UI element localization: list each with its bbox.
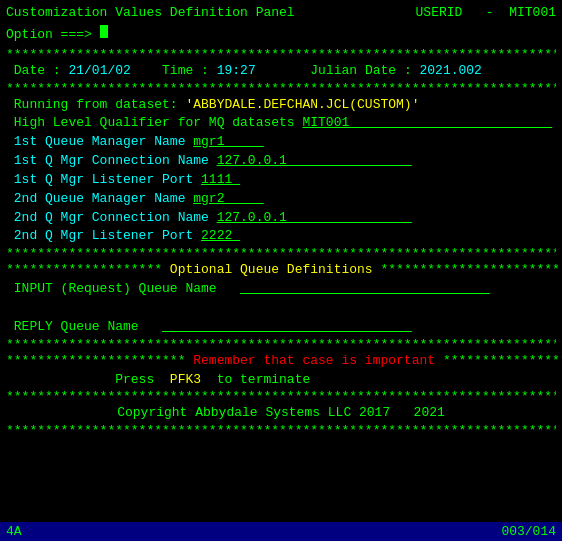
input-queue-line: INPUT (Request) Queue Name _____________… (6, 280, 556, 299)
conn1-line: 1st Q Mgr Connection Name 127.0.0.1_____… (6, 152, 556, 171)
press-line: Press PFK3 to terminate (6, 371, 556, 390)
separator-5: ****************************************… (6, 389, 556, 404)
port2-value[interactable]: 2222_ (201, 227, 240, 246)
port1-label: 1st Q Mgr Listener Port (6, 171, 201, 190)
dataset-prefix: Running from dataset: (6, 96, 185, 115)
date-line: Date : 21/01/02 Time : 19:27 Julian Date… (6, 62, 556, 81)
hlq-line: High Level Qualifier for MQ datasets MIT… (6, 114, 556, 133)
date-label1: Date : (6, 62, 68, 81)
hlq-value[interactable]: MIT001__________________________ (302, 114, 552, 133)
option-label: Option ===> (6, 26, 100, 45)
conn1-label: 1st Q Mgr Connection Name (6, 152, 217, 171)
press-suffix: to terminate (201, 371, 310, 390)
cursor (100, 25, 108, 38)
port1-line: 1st Q Mgr Listener Port 1111_ (6, 171, 556, 190)
conn2-value[interactable]: 127.0.0.1________________ (217, 209, 412, 228)
port1-value[interactable]: 1111_ (201, 171, 240, 190)
port2-line: 2nd Q Mgr Listener Port 2222_ (6, 227, 556, 246)
qmgr2-line: 2nd Queue Manager Name mgr2_____ (6, 190, 556, 209)
separator-6: ****************************************… (6, 423, 556, 438)
title-left: Customization Values Definition Panel (6, 4, 295, 23)
press-prefix: Press (6, 371, 170, 390)
bottom-right: 003/014 (501, 524, 556, 539)
separator-3: ****************************************… (6, 246, 556, 261)
julian-value: 2021.002 (420, 62, 482, 81)
reply-queue-label: REPLY Queue Name (6, 318, 162, 337)
separator-1: ****************************************… (6, 47, 556, 62)
remember-text: Remember that case is important (193, 352, 435, 371)
pfk3-key[interactable]: PFK3 (170, 371, 201, 390)
julian-label: Julian Date : (256, 62, 420, 81)
date-value: 21/01/02 (68, 62, 130, 81)
terminal-screen: Customization Values Definition Panel US… (0, 0, 562, 541)
blank-line (6, 299, 556, 318)
bottom-left: 4A (6, 524, 22, 539)
optional-section: ******************** Optional Queue Defi… (6, 261, 556, 280)
time-label: Time : (131, 62, 217, 81)
conn1-value[interactable]: 127.0.0.1________________ (217, 152, 412, 171)
dataset-value: 'ABBYDALE.DEFCHAN.JCL(CUSTOM)' (185, 96, 419, 115)
dataset-line: Running from dataset: 'ABBYDALE.DEFCHAN.… (6, 96, 556, 115)
optional-label: Optional Queue Definitions (170, 261, 373, 280)
qmgr1-value[interactable]: mgr1_____ (193, 133, 263, 152)
qmgr2-label: 2nd Queue Manager Name (6, 190, 193, 209)
conn2-line: 2nd Q Mgr Connection Name 127.0.0.1_____… (6, 209, 556, 228)
optional-stars-left: ******************** (6, 261, 170, 280)
remember-stars-left: *********************** (6, 352, 193, 371)
remember-line: *********************** Remember that ca… (6, 352, 556, 371)
title-right: USERID - MIT001 (416, 4, 556, 23)
input-queue-value[interactable]: ________________________________ (240, 280, 490, 299)
reply-queue-value[interactable]: ________________________________ (162, 318, 412, 337)
bottom-bar: 4A 003/014 (0, 522, 562, 541)
input-queue-label: INPUT (Request) Queue Name (6, 280, 240, 299)
separator-2: ****************************************… (6, 81, 556, 96)
reply-queue-line: REPLY Queue Name _______________________… (6, 318, 556, 337)
copyright-text: Copyright Abbydale Systems LLC 2017 2021 (117, 404, 445, 423)
remember-stars-right: *********************** (435, 352, 562, 371)
qmgr2-value[interactable]: mgr2_____ (193, 190, 263, 209)
optional-stars-right: *********************** (373, 261, 560, 280)
conn2-label: 2nd Q Mgr Connection Name (6, 209, 217, 228)
title-bar: Customization Values Definition Panel US… (6, 4, 556, 23)
port2-label: 2nd Q Mgr Listener Port (6, 227, 201, 246)
qmgr1-line: 1st Queue Manager Name mgr1_____ (6, 133, 556, 152)
time-value: 19:27 (217, 62, 256, 81)
qmgr1-label: 1st Queue Manager Name (6, 133, 193, 152)
copyright-line: Copyright Abbydale Systems LLC 2017 2021 (6, 404, 556, 423)
option-line: Option ===> (6, 25, 556, 45)
hlq-label: High Level Qualifier for MQ datasets (6, 114, 302, 133)
separator-4: ****************************************… (6, 337, 556, 352)
